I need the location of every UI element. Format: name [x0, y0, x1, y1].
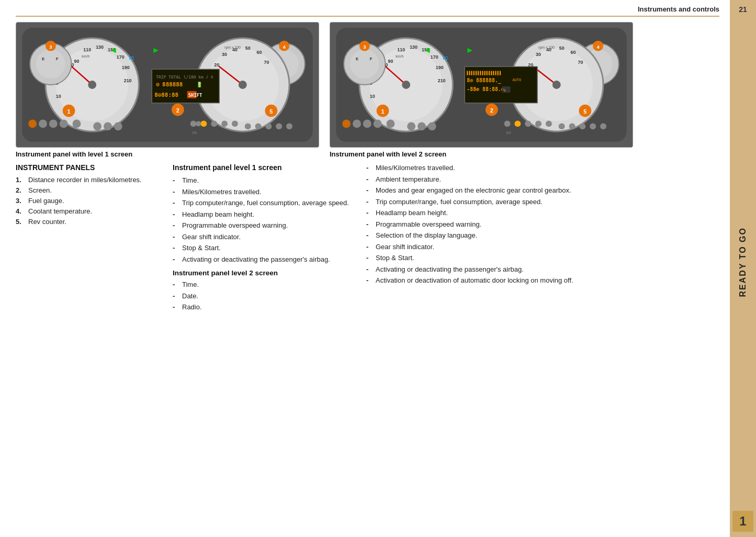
svg-point-100 — [350, 50, 379, 79]
svg-text:60: 60 — [257, 50, 262, 55]
chapter-number: 1 — [732, 511, 753, 532]
svg-point-21 — [36, 50, 65, 79]
svg-point-71 — [232, 120, 238, 127]
svg-text:-88⊕ 88:88.⊙: -88⊕ 88:88.⊙ — [467, 86, 504, 92]
svg-text:4: 4 — [597, 44, 600, 50]
list-item: - Programmable overspeed warning. — [366, 220, 714, 229]
list-item: - Stop & Start. — [366, 253, 714, 263]
instrument-panels-list: 1. Distance recorder in miles/kilometres… — [16, 176, 162, 226]
svg-text:90: 90 — [74, 59, 80, 64]
svg-text:5: 5 — [583, 108, 586, 115]
list-item: - Miles/Kilometres travelled. — [366, 163, 714, 173]
svg-point-146 — [535, 120, 541, 127]
svg-text:IC: IC — [129, 55, 134, 61]
instrument-panel-1: 70 50 30 10 90 110 130 150 170 190 210 k… — [16, 22, 319, 148]
svg-point-72 — [245, 123, 251, 129]
svg-point-147 — [546, 120, 552, 127]
svg-point-143 — [504, 120, 511, 127]
level1-title: Instrument panel level 1 screen — [173, 163, 356, 172]
svg-text:0#: 0# — [506, 130, 511, 135]
svg-text:rpm x 100: rpm x 100 — [538, 46, 555, 50]
svg-text:130: 130 — [410, 44, 418, 50]
list-item: 3. Fuel gauge. — [16, 197, 162, 205]
svg-point-96 — [402, 81, 410, 89]
images-row: 70 50 30 10 90 110 130 150 170 190 210 k… — [16, 22, 719, 158]
svg-point-64 — [93, 122, 101, 130]
svg-text:4: 4 — [283, 44, 286, 50]
list-item: - Miles/Kilometres travelled. — [173, 187, 356, 197]
svg-text:🔋: 🔋 — [196, 81, 203, 88]
svg-text:1: 1 — [381, 108, 385, 115]
svg-text:888888: 888888 — [162, 81, 183, 88]
svg-point-144 — [514, 120, 521, 127]
svg-text:10: 10 — [56, 94, 61, 99]
list-item: - Time. — [173, 280, 356, 289]
svg-text:110: 110 — [83, 47, 91, 52]
svg-point-139 — [387, 119, 395, 128]
level2-right-list: - Miles/Kilometres travelled. - Ambient … — [366, 163, 714, 285]
svg-text:110: 110 — [397, 47, 405, 52]
svg-text:►: ► — [152, 46, 160, 54]
panel-2-caption: Instrument panel with level 2 screen — [330, 150, 633, 158]
svg-point-62 — [60, 119, 68, 128]
list-item: - Gear shift indicator. — [173, 232, 356, 242]
svg-text:IC: IC — [443, 55, 448, 61]
svg-point-149 — [569, 123, 576, 129]
list-item: - Gear shift indicator. — [366, 242, 714, 252]
svg-point-76 — [286, 123, 292, 129]
list-item: - Selection of the display language. — [366, 231, 714, 240]
svg-text:TRIP TOTAL  l/100 km / h: TRIP TOTAL l/100 km / h — [156, 75, 213, 80]
svg-text:◄: ◄ — [109, 46, 118, 54]
col-instrument-panels: INSTRUMENT PANELS 1. Distance recorder i… — [16, 163, 173, 527]
svg-point-74 — [265, 123, 272, 129]
svg-text:210: 210 — [124, 78, 132, 83]
svg-text:30: 30 — [536, 52, 541, 57]
svg-text:F: F — [370, 57, 373, 61]
svg-text:►: ► — [466, 46, 474, 54]
page-number-top: 21 — [739, 5, 747, 14]
svg-text:E: E — [42, 57, 44, 61]
svg-point-65 — [104, 122, 112, 130]
svg-point-151 — [590, 123, 596, 129]
svg-text:170: 170 — [431, 54, 438, 60]
item-text: Rev counter. — [28, 218, 66, 226]
item-number: 2. — [16, 186, 26, 194]
svg-text:8⊙ 888888._: 8⊙ 888888._ — [467, 77, 501, 84]
list-item: - Trip computer/range, fuel consumption,… — [366, 197, 714, 207]
svg-text:190: 190 — [122, 65, 130, 70]
svg-text:5: 5 — [269, 108, 273, 115]
svg-text:km/h: km/h — [82, 54, 89, 58]
header-title: Instruments and controls — [638, 5, 719, 13]
item-text: Fuel gauge. — [28, 197, 64, 205]
svg-text:30: 30 — [222, 52, 227, 57]
svg-point-60 — [39, 119, 47, 128]
svg-text:50: 50 — [559, 46, 565, 51]
svg-text:3: 3 — [49, 44, 52, 50]
item-number: 3. — [16, 197, 26, 205]
svg-point-120 — [552, 81, 561, 89]
content-area: INSTRUMENT PANELS 1. Distance recorder i… — [16, 163, 719, 527]
svg-text:50: 50 — [245, 46, 251, 51]
item-number: 1. — [16, 176, 26, 184]
svg-point-150 — [579, 123, 585, 129]
svg-point-41 — [239, 81, 247, 89]
svg-text:90: 90 — [388, 59, 393, 64]
svg-text:E: E — [356, 57, 358, 61]
list-item: - Activating or deactivating the passeng… — [366, 265, 714, 274]
svg-text:▌▌▌▌▌▌▌▌▌▌▌▌▌▌▌▌: ▌▌▌▌▌▌▌▌▌▌▌▌▌▌▌▌ — [466, 71, 502, 75]
list-item: - Headlamp beam height. — [173, 210, 356, 219]
list-item: 5. Rev counter. — [16, 218, 162, 226]
svg-text:AUTO: AUTO — [513, 78, 522, 82]
svg-text:2: 2 — [176, 107, 179, 114]
svg-text:km/h: km/h — [396, 54, 403, 58]
item-number: 4. — [16, 207, 26, 215]
item-text: Screen. — [28, 186, 52, 194]
svg-point-69 — [211, 120, 217, 127]
svg-text:210: 210 — [438, 78, 446, 83]
list-item: 2. Screen. — [16, 186, 162, 194]
svg-text:70: 70 — [578, 60, 583, 65]
svg-text:10: 10 — [370, 94, 375, 99]
list-item: - Programmable overspeed warning. — [173, 221, 356, 230]
svg-text:190: 190 — [436, 65, 444, 70]
svg-point-135 — [342, 119, 351, 128]
